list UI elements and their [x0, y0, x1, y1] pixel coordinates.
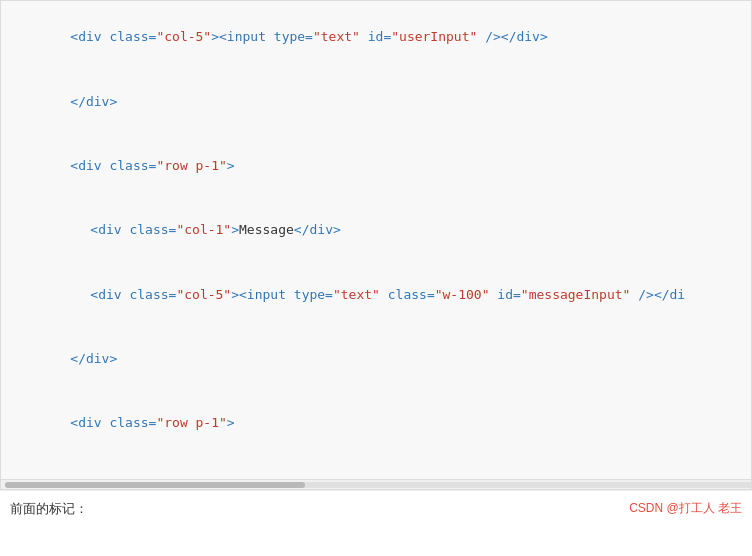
code-line-1: <div class="col-5"><input type="text" id…	[1, 5, 751, 69]
footer: 前面的标记： CSDN @打工人 老王	[0, 490, 752, 526]
footer-watermark: CSDN @打工人 老王	[629, 500, 742, 517]
code-line-6: </div>	[1, 327, 751, 391]
footer-prev-label: 前面的标记：	[10, 500, 88, 518]
code-line-4: <div class="col-1">Message</div>	[1, 198, 751, 262]
code-line-5: <div class="col-5"><input type="text" cl…	[1, 262, 751, 326]
code-line-3: <div class="row p-1">	[1, 134, 751, 198]
code-area: <div class="col-5"><input type="text" id…	[0, 0, 752, 490]
code-line-7: <div class="row p-1">	[1, 391, 751, 455]
code-line-2: </div>	[1, 69, 751, 133]
